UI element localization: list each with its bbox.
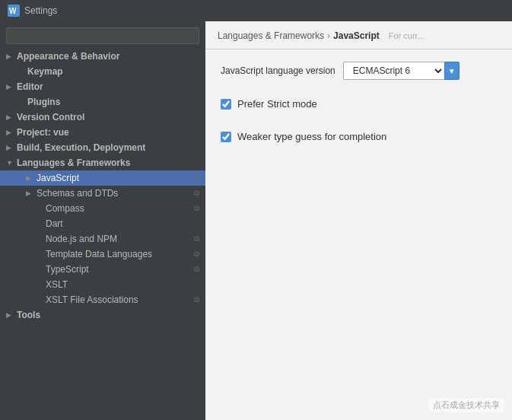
breadcrumb: Languages & Frameworks › JavaScript For …	[218, 30, 500, 41]
sidebar-item-label: XSLT File Associations	[46, 294, 191, 305]
sidebar-item-javascript[interactable]: ▶JavaScript⧉	[0, 170, 205, 186]
copy-icon: ⧉	[194, 234, 199, 243]
sidebar-item-label: XSLT	[46, 279, 199, 290]
sidebar-item-label: Version Control	[17, 112, 199, 123]
arrow-icon: ▶	[6, 144, 15, 151]
sidebar-item-label: JavaScript	[37, 173, 191, 183]
copy-icon: ⧉	[194, 173, 199, 183]
checkbox-strict-mode[interactable]	[221, 99, 231, 110]
language-version-dropdown-wrapper: ECMAScript 6ECMAScript 5.1ECMAScript 201…	[343, 62, 460, 80]
sidebar-item-nodejs[interactable]: Node.js and NPM⧉	[0, 231, 205, 247]
arrow-icon: ▶	[6, 83, 15, 91]
checkbox-label-strict-mode: Prefer Strict mode	[237, 98, 317, 110]
sidebar-item-languages[interactable]: ▼Languages & Frameworks	[0, 155, 205, 170]
checkboxes-container: Prefer Strict mode Weaker type guess for…	[221, 94, 497, 147]
arrow-icon: ▶	[6, 129, 15, 136]
sidebar-item-label: TypeScript	[46, 264, 191, 275]
sidebar: ▶Appearance & BehaviorKeymap▶EditorPlugi…	[0, 21, 205, 420]
copy-icon: ⧉	[194, 295, 199, 304]
dropdown-arrow-button[interactable]: ▼	[444, 62, 460, 80]
sidebar-item-label: Build, Execution, Deployment	[17, 142, 199, 153]
sidebar-item-template[interactable]: Template Data Languages⧉	[0, 247, 205, 262]
checkbox-row-strict-mode: Prefer Strict mode	[221, 94, 497, 114]
sidebar-item-appearance[interactable]: ▶Appearance & Behavior	[0, 49, 205, 64]
copy-icon: ⧉	[194, 189, 199, 198]
sidebar-item-xslt[interactable]: XSLT	[0, 277, 205, 292]
window-title: Settings	[24, 5, 57, 16]
sidebar-item-label: Template Data Languages	[46, 249, 191, 259]
search-box-wrapper	[0, 21, 205, 49]
arrow-icon: ▶	[26, 189, 35, 197]
sidebar-item-label: Dart	[46, 218, 199, 229]
sidebar-item-label: Project: vue	[17, 127, 199, 138]
breadcrumb-for-curr: For curr...	[389, 31, 425, 40]
sidebar-item-label: Languages & Frameworks	[17, 158, 199, 168]
sidebar-item-label: Tools	[17, 310, 199, 320]
main-layout: ▶Appearance & BehaviorKeymap▶EditorPlugi…	[0, 21, 512, 420]
sidebar-item-xslt-file[interactable]: XSLT File Associations⧉	[0, 292, 205, 307]
sidebar-item-plugins[interactable]: Plugins	[0, 94, 205, 110]
sidebar-item-schemas[interactable]: ▶Schemas and DTDs⧉	[0, 186, 205, 201]
sidebar-item-label: Keymap	[27, 66, 199, 77]
sidebar-item-project[interactable]: ▶Project: vue	[0, 125, 205, 140]
sidebar-item-label: Node.js and NPM	[46, 234, 191, 244]
sidebar-item-typescript[interactable]: TypeScript⧉	[0, 262, 205, 277]
breadcrumb-part-2: JavaScript	[333, 30, 380, 41]
checkbox-weaker-type[interactable]	[221, 132, 231, 142]
sidebar-item-dart[interactable]: Dart	[0, 216, 205, 231]
sidebar-item-label: Plugins	[27, 97, 199, 107]
language-version-select[interactable]: ECMAScript 6ECMAScript 5.1ECMAScript 201…	[343, 62, 444, 80]
sidebar-item-version-control[interactable]: ▶Version Control	[0, 110, 205, 125]
copy-icon: ⧉	[194, 265, 199, 274]
breadcrumb-separator: ›	[327, 30, 330, 41]
sidebar-item-keymap[interactable]: Keymap	[0, 64, 205, 79]
svg-text:W: W	[9, 7, 17, 15]
content-area: Languages & Frameworks › JavaScript For …	[205, 21, 512, 420]
breadcrumb-part-1: Languages & Frameworks	[218, 30, 324, 41]
arrow-icon: ▶	[6, 52, 15, 60]
arrow-icon: ▶	[6, 113, 15, 121]
sidebar-item-tools[interactable]: ▶Tools	[0, 307, 205, 323]
copy-icon: ⧉	[194, 250, 199, 259]
content-body: JavaScript language version ECMAScript 6…	[205, 49, 512, 420]
copy-icon: ⧉	[194, 204, 199, 213]
sidebar-item-label: Appearance & Behavior	[17, 51, 199, 62]
watermark: 点石成金技术共享	[428, 398, 504, 412]
content-header: Languages & Frameworks › JavaScript For …	[205, 21, 512, 49]
nav-list: ▶Appearance & BehaviorKeymap▶EditorPlugi…	[0, 49, 205, 420]
arrow-icon: ▶	[26, 174, 35, 182]
title-bar: W Settings	[0, 0, 512, 21]
search-input[interactable]	[6, 27, 199, 44]
sidebar-item-label: Schemas and DTDs	[37, 188, 191, 199]
arrow-icon: ▼	[6, 159, 15, 167]
checkbox-row-weaker-type: Weaker type guess for completion	[221, 126, 497, 147]
sidebar-item-editor[interactable]: ▶Editor	[0, 79, 205, 94]
sidebar-item-label: Editor	[17, 81, 199, 92]
arrow-icon: ▶	[6, 311, 15, 319]
sidebar-item-label: Compass	[46, 203, 191, 214]
sidebar-item-compass[interactable]: Compass⧉	[0, 201, 205, 216]
language-version-row: JavaScript language version ECMAScript 6…	[221, 62, 497, 80]
checkbox-label-weaker-type: Weaker type guess for completion	[237, 131, 386, 142]
ws-logo-icon: W	[8, 5, 20, 17]
sidebar-item-build[interactable]: ▶Build, Execution, Deployment	[0, 140, 205, 155]
language-version-label: JavaScript language version	[221, 65, 336, 76]
